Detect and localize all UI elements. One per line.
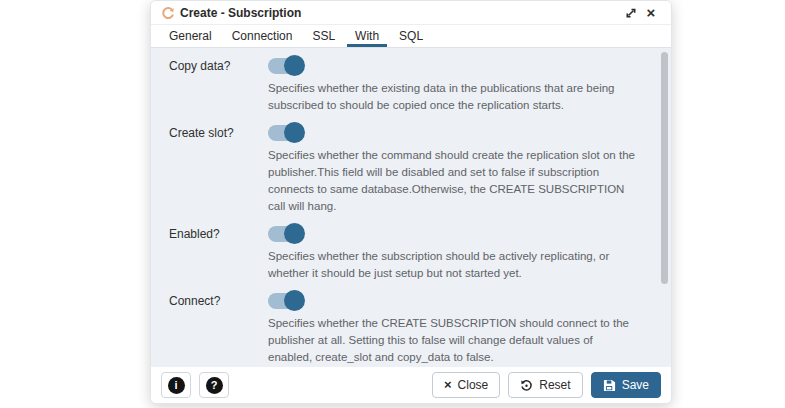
connect-toggle[interactable]: [268, 293, 303, 309]
tab-bar: General Connection SSL With SQL: [151, 25, 671, 48]
tab-panel-with: Copy data? Specifies whether the existin…: [151, 48, 671, 367]
reset-button[interactable]: Reset: [508, 372, 582, 398]
field-label: Create slot?: [151, 124, 268, 215]
toggle-knob: [284, 122, 305, 143]
toggle-knob: [284, 223, 305, 244]
toggle-knob: [284, 55, 305, 76]
field-help-text: Specifies whether the command should cre…: [268, 147, 636, 215]
copy-data-toggle[interactable]: [268, 58, 303, 74]
scrollbar-thumb[interactable]: [661, 52, 668, 284]
field-row-create-slot: Create slot? Specifies whether the comma…: [151, 124, 671, 215]
field-help-text: Specifies whether the CREATE SUBSCRIPTIO…: [268, 315, 636, 366]
close-icon[interactable]: ×: [641, 4, 661, 22]
field-row-connect: Connect? Specifies whether the CREATE SU…: [151, 292, 671, 366]
tab-ssl[interactable]: SSL: [304, 25, 343, 47]
toggle-knob: [284, 290, 305, 311]
scrollbar-track[interactable]: [660, 48, 669, 367]
close-button-label: Close: [458, 378, 489, 392]
sql-info-button[interactable]: i: [161, 372, 191, 398]
close-x-icon: ×: [444, 378, 452, 391]
reset-button-label: Reset: [539, 378, 570, 392]
page: Create - Subscription × General Connecti…: [0, 0, 785, 408]
dialog-title: Create - Subscription: [180, 6, 621, 20]
save-button-label: Save: [622, 378, 649, 392]
field-row-enabled: Enabled? Specifies whether the subscript…: [151, 225, 671, 282]
field-label: Copy data?: [151, 57, 268, 114]
question-icon: ?: [206, 377, 223, 394]
field-label: Connect?: [151, 292, 268, 366]
create-slot-toggle[interactable]: [268, 125, 303, 141]
save-button[interactable]: Save: [591, 372, 661, 398]
close-button[interactable]: × Close: [432, 372, 500, 398]
enabled-toggle[interactable]: [268, 226, 303, 242]
field-help-text: Specifies whether the existing data in t…: [268, 80, 636, 114]
subscription-icon: [161, 6, 175, 20]
reset-icon: [520, 379, 533, 392]
info-icon: i: [168, 377, 185, 394]
save-icon: [603, 379, 616, 392]
expand-icon[interactable]: [621, 4, 641, 22]
create-subscription-dialog: Create - Subscription × General Connecti…: [150, 0, 672, 404]
tab-general[interactable]: General: [161, 25, 220, 47]
tab-sql[interactable]: SQL: [391, 25, 431, 47]
tab-with[interactable]: With: [347, 25, 387, 47]
field-row-copy-data: Copy data? Specifies whether the existin…: [151, 57, 671, 114]
field-label: Enabled?: [151, 225, 268, 282]
help-button[interactable]: ?: [199, 372, 229, 398]
field-help-text: Specifies whether the subscription shoul…: [268, 248, 636, 282]
tab-connection[interactable]: Connection: [224, 25, 301, 47]
dialog-footer: i ? × Close Reset: [151, 367, 671, 403]
dialog-header: Create - Subscription ×: [151, 1, 671, 25]
